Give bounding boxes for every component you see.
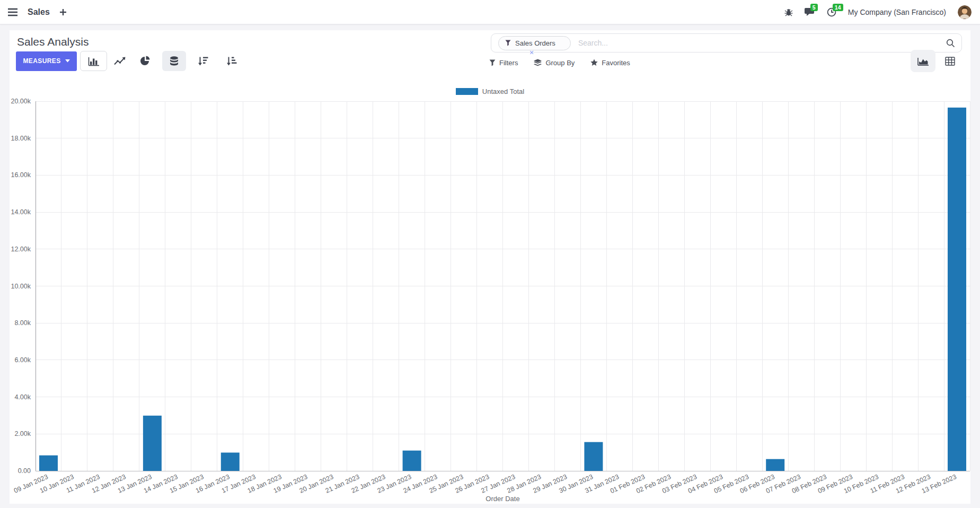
search-facet-label: Sales Orders — [515, 39, 555, 47]
facet-remove-icon[interactable]: × — [529, 49, 534, 56]
y-tick-label: 20.00k — [11, 98, 31, 105]
y-tick-label: 16.00k — [11, 171, 31, 179]
bar-06-Feb-2023[interactable] — [766, 459, 784, 471]
bar-16-Jan-2023[interactable] — [221, 452, 240, 471]
app-name[interactable]: Sales — [28, 7, 50, 17]
pie-chart-button[interactable] — [133, 51, 158, 71]
pivot-view-icon — [945, 57, 955, 66]
filters-icon — [489, 59, 496, 66]
top-navbar: Sales 5 — [0, 0, 980, 24]
y-tick-label: 10.00k — [11, 283, 31, 290]
y-tick-label: 0.00 — [18, 467, 31, 475]
favorites-label: Favorites — [602, 59, 630, 67]
favorites-button[interactable]: Favorites — [590, 57, 630, 68]
sort-asc-button[interactable] — [220, 51, 243, 71]
graph-view-icon — [917, 57, 929, 66]
graph-view-button[interactable] — [911, 50, 935, 72]
search-facet-sales-orders[interactable]: Sales Orders — [498, 36, 571, 50]
y-tick-label: 14.00k — [11, 208, 31, 216]
pie-chart-icon — [140, 56, 151, 66]
pivot-view-button[interactable] — [938, 50, 963, 72]
y-tick-label: 8.00k — [14, 319, 31, 327]
bar-chart-icon — [88, 56, 100, 66]
plus-icon[interactable] — [59, 8, 67, 16]
y-tick-label: 18.00k — [11, 135, 31, 142]
menu-toggle-icon[interactable] — [7, 8, 18, 16]
x-axis-title: Order Date — [485, 495, 519, 503]
sort-desc-button[interactable] — [191, 51, 215, 71]
messages-count-badge: 5 — [810, 4, 818, 11]
debug-bug-icon[interactable] — [784, 8, 793, 16]
chart-legend[interactable]: Untaxed Total — [10, 87, 970, 95]
avatar[interactable] — [958, 5, 972, 19]
legend-swatch — [456, 88, 478, 95]
messages-icon[interactable]: 5 — [805, 7, 815, 16]
groupby-label: Group By — [545, 59, 575, 67]
y-tick-label: 12.00k — [11, 246, 31, 253]
search-bar[interactable]: Sales Orders × Search... — [491, 33, 962, 52]
graph-toolbar: MEASURES — [16, 51, 243, 71]
measures-label: MEASURES — [23, 57, 60, 65]
favorites-star-icon — [590, 59, 598, 66]
filter-funnel-icon — [505, 40, 511, 46]
measures-button[interactable]: MEASURES — [16, 51, 77, 71]
activities-count-badge: 14 — [833, 4, 843, 11]
stacked-toggle-button[interactable] — [162, 51, 186, 71]
activities-clock-icon[interactable]: 14 — [827, 7, 836, 17]
y-tick-label: 2.00k — [14, 430, 31, 437]
bar-30-Jan-2023[interactable] — [584, 442, 603, 471]
groupby-button[interactable]: Group By — [534, 57, 575, 68]
filters-label: Filters — [499, 59, 518, 67]
search-icon[interactable] — [946, 39, 955, 48]
chart-svg: 0.002.00k4.00k6.00k8.00k10.00k12.00k14.0… — [10, 83, 970, 504]
sort-asc-icon — [226, 57, 237, 66]
bar-chart-button[interactable] — [80, 51, 107, 71]
bar-09-Jan-2023[interactable] — [39, 456, 58, 471]
page-title: Sales Analysis — [17, 36, 89, 48]
caret-down-icon — [65, 59, 70, 63]
search-options-row: Filters Group By Favorites — [489, 57, 630, 68]
legend-label: Untaxed Total — [482, 87, 524, 95]
content-card: Sales Analysis MEASURES — [10, 30, 970, 504]
view-switcher — [911, 50, 963, 72]
bar-13-Jan-2023[interactable] — [143, 416, 162, 471]
sort-desc-icon — [198, 57, 208, 66]
bar-13-Feb-2023[interactable] — [948, 108, 966, 471]
line-chart-icon — [114, 57, 126, 66]
line-chart-button[interactable] — [107, 51, 133, 71]
filters-button[interactable]: Filters — [489, 57, 518, 68]
bar-23-Jan-2023[interactable] — [403, 451, 421, 471]
stacked-icon — [170, 56, 179, 66]
company-switcher[interactable]: My Company (San Francisco) — [848, 8, 946, 16]
y-tick-label: 4.00k — [14, 393, 31, 401]
search-placeholder: Search... — [578, 39, 946, 47]
groupby-layers-icon — [534, 59, 542, 66]
y-tick-label: 6.00k — [14, 356, 31, 364]
